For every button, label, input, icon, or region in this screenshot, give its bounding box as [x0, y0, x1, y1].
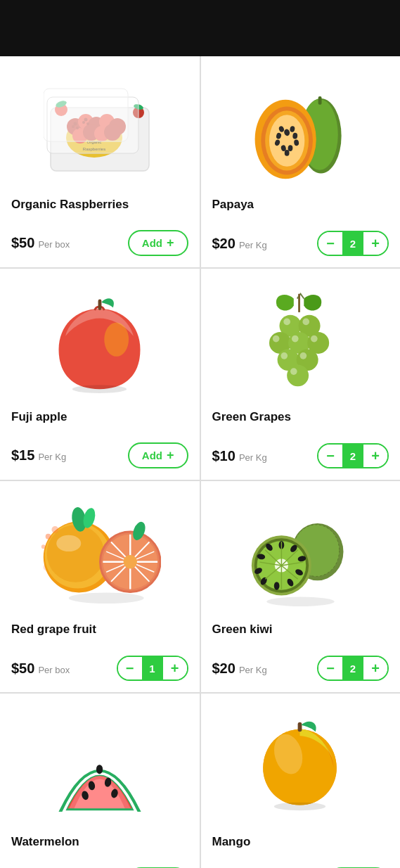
qty-plus-green-kiwi[interactable]: +: [363, 657, 387, 679]
svg-point-98: [274, 582, 280, 590]
qty-minus-green-grapes[interactable]: −: [318, 445, 342, 467]
product-card-organic-raspberries: Driscoll's Organic Raspberries: [0, 56, 200, 267]
svg-point-57: [273, 336, 280, 343]
price-block-green-grapes: $10Per Kg: [212, 448, 267, 464]
svg-point-79: [124, 555, 137, 568]
product-footer-papaya: $20Per Kg−2+: [212, 231, 389, 256]
product-footer-red-grapefruit: $50Per box−1+: [11, 656, 188, 681]
svg-point-58: [292, 336, 299, 343]
product-footer-green-kiwi: $20Per Kg−2+: [212, 656, 389, 681]
svg-rect-25: [44, 89, 128, 141]
plus-icon: +: [167, 236, 174, 250]
svg-point-45: [105, 322, 129, 356]
qty-control-red-grapefruit: −1+: [117, 656, 188, 681]
svg-point-61: [299, 352, 307, 359]
price-block-fuji-apple: $15Per Kg: [11, 447, 66, 464]
product-image-papaya: [212, 69, 389, 189]
svg-point-83: [41, 544, 46, 549]
price-organic-raspberries: $50: [11, 235, 34, 251]
product-name-organic-raspberries: Organic Raspberries: [11, 197, 129, 212]
add-button-organic-raspberries[interactable]: Add+: [128, 230, 188, 256]
product-image-mango: [212, 706, 389, 826]
qty-control-green-kiwi: −2+: [317, 656, 389, 681]
unit-green-kiwi: Per Kg: [239, 665, 267, 675]
price-green-grapes: $10: [212, 448, 236, 464]
svg-point-59: [311, 336, 318, 343]
product-image-red-grapefruit: [11, 494, 188, 613]
product-image-watermelon: [11, 706, 188, 826]
qty-control-papaya: −2+: [317, 231, 389, 256]
svg-rect-43: [98, 300, 102, 310]
price-green-kiwi: $20: [212, 660, 236, 677]
svg-point-55: [283, 319, 290, 326]
plus-icon: +: [167, 448, 174, 463]
product-image-green-kiwi: [212, 494, 389, 613]
qty-control-green-grapes: −2+: [317, 443, 389, 468]
product-card-fuji-apple: Fuji apple$15Per KgAdd+: [0, 269, 200, 480]
price-block-organic-raspberries: $50Per box: [11, 235, 70, 251]
price-fuji-apple: $15: [11, 447, 34, 464]
unit-green-grapes: Per Kg: [239, 452, 267, 463]
unit-organic-raspberries: Per box: [38, 239, 70, 250]
product-image-fuji-apple: [11, 281, 188, 401]
unit-fuji-apple: Per Kg: [38, 452, 66, 462]
product-card-papaya: Papaya$20Per Kg−2+: [201, 56, 401, 267]
product-name-papaya: Papaya: [212, 197, 254, 212]
product-name-fuji-apple: Fuji apple: [11, 409, 67, 425]
product-name-green-kiwi: Green kiwi: [212, 622, 273, 637]
product-name-green-grapes: Green Grapes: [212, 409, 291, 425]
app-header: [0, 0, 400, 56]
svg-point-68: [57, 535, 82, 551]
svg-point-41: [284, 150, 289, 156]
price-block-green-kiwi: $20Per Kg: [212, 660, 267, 677]
product-footer-organic-raspberries: $50Per boxAdd+: [11, 230, 188, 256]
product-card-green-kiwi: Green kiwi$20Per Kg−2+: [201, 481, 401, 692]
product-name-watermelon: Watermelon: [11, 834, 79, 850]
product-card-watermelon: Watermelon$15Per KgAdd+: [0, 694, 200, 868]
qty-plus-red-grapefruit[interactable]: +: [163, 657, 187, 679]
unit-papaya: Per Kg: [239, 240, 267, 250]
product-name-red-grapefruit: Red grape fruit: [11, 622, 96, 637]
svg-point-85: [69, 592, 144, 604]
svg-point-44: [72, 385, 127, 393]
svg-rect-42: [318, 96, 321, 105]
qty-minus-green-kiwi[interactable]: −: [318, 657, 342, 679]
qty-number-red-grapefruit: 1: [142, 657, 163, 679]
svg-point-31: [269, 115, 304, 167]
svg-point-60: [280, 352, 288, 359]
svg-rect-118: [298, 722, 302, 732]
product-footer-green-grapes: $10Per Kg−2+: [212, 443, 389, 468]
svg-point-62: [290, 368, 297, 375]
price-papaya: $20: [212, 236, 236, 252]
product-image-green-grapes: [212, 281, 389, 401]
svg-point-84: [52, 526, 59, 533]
svg-point-82: [46, 534, 51, 540]
svg-point-56: [302, 319, 309, 326]
qty-minus-red-grapefruit[interactable]: −: [118, 657, 142, 679]
product-image-organic-raspberries: Driscoll's Organic Raspberries: [11, 69, 188, 189]
price-block-papaya: $20Per Kg: [212, 236, 267, 252]
product-card-mango: Mango$25Per KgAdd+: [201, 694, 401, 868]
qty-number-green-grapes: 2: [342, 445, 363, 467]
svg-point-119: [274, 803, 325, 811]
unit-red-grapefruit: Per box: [38, 665, 70, 675]
product-card-green-grapes: Green Grapes$10Per Kg−2+: [201, 269, 401, 480]
add-label: Add: [142, 237, 162, 249]
qty-number-papaya: 2: [342, 232, 363, 255]
qty-number-green-kiwi: 2: [342, 657, 363, 679]
svg-point-114: [96, 765, 103, 774]
add-button-fuji-apple[interactable]: Add+: [128, 442, 188, 468]
product-name-mango: Mango: [212, 834, 251, 850]
svg-point-54: [287, 364, 309, 386]
price-red-grapefruit: $50: [11, 660, 34, 677]
product-grid: Driscoll's Organic Raspberries: [0, 56, 400, 868]
svg-point-111: [266, 596, 335, 606]
svg-point-67: [47, 525, 105, 582]
price-block-red-grapefruit: $50Per box: [11, 660, 70, 677]
product-card-red-grapefruit: Red grape fruit$50Per box−1+: [0, 481, 200, 692]
qty-plus-papaya[interactable]: +: [363, 232, 387, 255]
qty-minus-papaya[interactable]: −: [318, 232, 342, 255]
product-footer-fuji-apple: $15Per KgAdd+: [11, 442, 188, 468]
add-label: Add: [142, 449, 162, 461]
qty-plus-green-grapes[interactable]: +: [363, 445, 387, 467]
